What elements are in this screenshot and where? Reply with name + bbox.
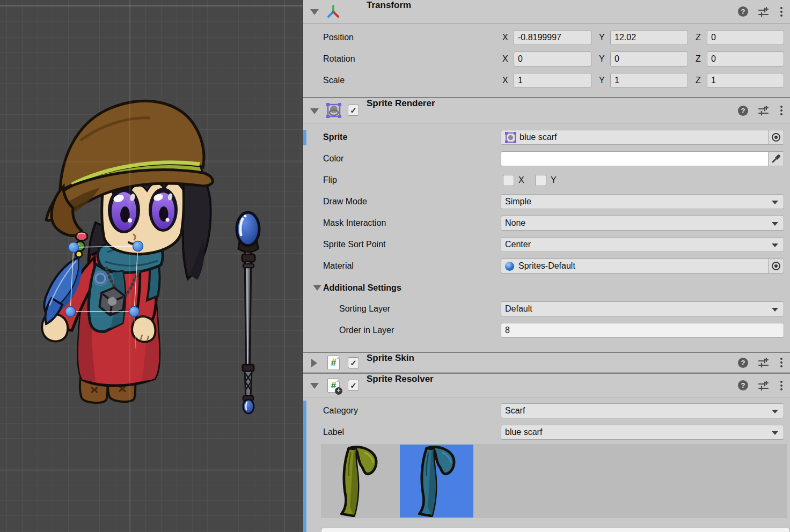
draw-mode-row: Draw Mode Simple [303,194,790,209]
presets-icon[interactable] [758,105,770,116]
transform-foldout[interactable] [310,9,319,15]
eyedropper-button[interactable] [768,152,784,166]
handle-top-left[interactable] [69,242,79,253]
help-icon[interactable]: ? [738,106,748,116]
label-label: Label [323,427,344,437]
chevron-down-icon [772,243,778,247]
rotation-label: Rotation [323,54,355,64]
sprite-object-field[interactable]: blue scarf [501,130,784,145]
chevron-down-icon [772,410,778,413]
material-object-field[interactable]: Sprites-Default [501,258,784,274]
chevron-down-icon [772,431,778,435]
mask-interaction-label: Mask Interaction [323,218,386,228]
kebab-menu-icon[interactable] [779,105,784,116]
sprite-skin-enabled-checkbox[interactable]: ✓ [348,357,359,368]
additional-settings-row[interactable]: Additional Settings [303,280,790,296]
scale-y-field[interactable]: 1 [610,73,688,88]
x-axis-label: X [502,33,508,42]
label-row: Label blue scarf [303,425,790,440]
presets-icon[interactable] [758,380,770,391]
sprite-renderer-header[interactable]: ✓ Sprite Renderer ? [303,98,790,123]
thumbnail-blue-scarf-selected[interactable] [400,445,473,518]
handle-bottom-right[interactable] [129,307,140,317]
material-icon [505,262,514,271]
position-label: Position [323,33,354,42]
blue-scarf-sprite [409,445,465,517]
help-icon[interactable]: ? [738,358,748,368]
kebab-menu-icon[interactable] [779,6,784,18]
x-axis-label: X [502,76,508,85]
position-y-field[interactable]: 12.02 [610,30,688,45]
sprite-renderer-foldout[interactable] [310,108,319,114]
prefab-override-bar [303,401,306,532]
transform-icon [326,4,341,19]
help-icon[interactable]: ? [738,380,748,390]
scene-view[interactable] [0,0,303,532]
presets-icon[interactable] [758,357,770,368]
position-row: Position X -0.8199997 Y 12.02 Z 0 [303,30,790,45]
z-axis-label: Z [696,33,701,42]
chevron-down-icon [772,308,778,312]
mask-interaction-dropdown[interactable]: None [501,216,784,231]
rotation-y-field[interactable]: 0 [610,51,688,66]
eye-left [108,187,140,233]
sprite-mini-icon [505,132,516,143]
sorting-layer-dropdown[interactable]: Default [501,301,784,316]
kebab-menu-icon[interactable] [779,380,784,391]
flip-x-label: X [518,175,524,185]
scene-canvas [0,0,303,532]
green-scarf-sprite [331,445,387,517]
sprite-row: Sprite blue scarf [303,130,790,145]
transform-header[interactable]: Transform ? [303,0,790,24]
help-icon[interactable]: ? [738,6,748,17]
flip-x-checkbox[interactable] [503,175,514,186]
sprite-renderer-enabled-checkbox[interactable]: ✓ [348,105,359,116]
additional-settings-foldout[interactable] [313,285,321,291]
presets-icon[interactable] [758,6,770,17]
sprite-resolver-foldout[interactable] [310,383,319,389]
script-plus-icon: #+ [327,378,340,393]
character-sprite[interactable] [42,101,213,403]
transform-title: Transform [367,0,411,11]
scale-z-field[interactable]: 1 [707,73,784,88]
sprite-resolver-enabled-checkbox[interactable]: ✓ [348,380,359,391]
kebab-menu-icon[interactable] [779,357,784,368]
y-axis-label: Y [599,54,605,64]
eyedropper-icon [771,154,781,164]
sorting-layer-row: Sorting Layer Default [303,301,790,316]
draw-mode-label: Draw Mode [323,197,367,206]
sprite-skin-header[interactable]: # ✓ Sprite Skin ? [303,353,790,373]
chevron-down-icon [772,201,778,204]
flip-y-checkbox[interactable] [535,175,546,186]
label-dropdown[interactable]: blue scarf [501,425,784,440]
color-row: Color [303,151,790,166]
sprite-skin-foldout[interactable] [311,359,317,367]
staff-sprite[interactable] [237,212,259,413]
sprite-label: Sprite [323,132,347,142]
category-dropdown[interactable]: Scarf [501,403,784,418]
scale-x-field[interactable]: 1 [514,73,591,88]
thumbnail-green-scarf[interactable] [322,445,396,518]
chevron-down-icon [772,222,778,226]
order-in-layer-field[interactable]: 8 [501,323,784,338]
order-in-layer-label: Order in Layer [339,326,394,335]
rotation-row: Rotation X 0 Y 0 Z 0 [303,51,790,66]
eye-right [149,188,178,232]
rotation-z-field[interactable]: 0 [707,51,784,66]
object-picker-button[interactable] [768,259,784,273]
sprite-sort-point-dropdown[interactable]: Center [501,237,784,252]
sprite-renderer-title: Sprite Renderer [367,98,435,109]
sprite-resolver-header[interactable]: #+ ✓ Sprite Resolver ? [303,374,790,397]
object-picker-button[interactable] [768,130,784,144]
draw-mode-dropdown[interactable]: Simple [501,194,784,209]
handle-top-right[interactable] [133,241,143,252]
rotation-x-field[interactable]: 0 [514,51,591,66]
position-x-field[interactable]: -0.8199997 [514,30,591,45]
handle-bottom-left[interactable] [65,307,76,317]
additional-settings-label: Additional Settings [323,283,401,293]
sprite-value: blue scarf [520,132,557,142]
bottom-scrollbar[interactable] [321,528,790,532]
flip-row: Flip X Y [303,173,790,188]
position-z-field[interactable]: 0 [707,30,784,45]
color-swatch[interactable] [501,151,784,166]
